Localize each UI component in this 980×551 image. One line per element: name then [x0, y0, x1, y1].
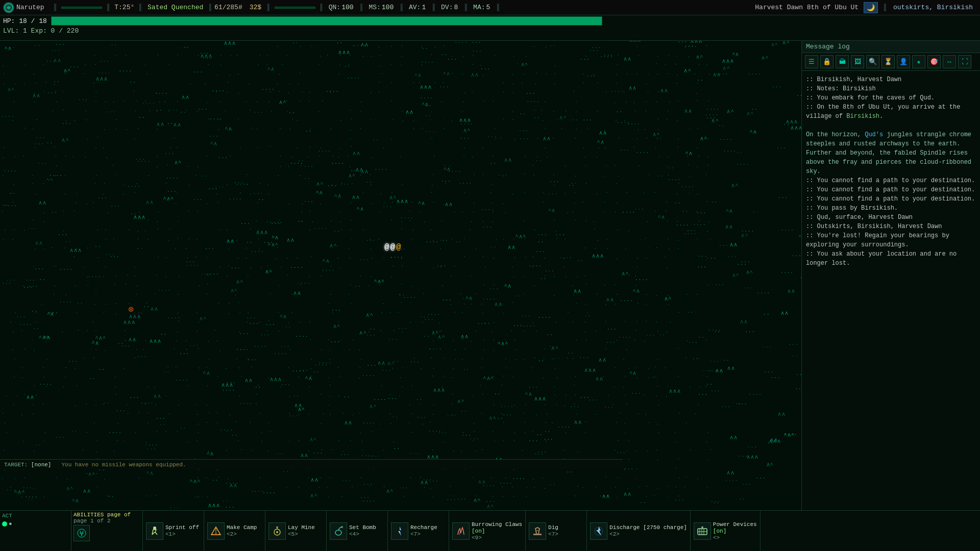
panel-icon-target[interactable]: 🎯 [927, 55, 941, 68]
setbomb-name: Set Bomb [349, 524, 376, 531]
panel-icon-expand[interactable]: ↔ [943, 55, 956, 68]
food-current: 61 [214, 4, 223, 11]
powerdevices-button[interactable]: Power Devices [on] <> [691, 511, 761, 551]
laymine-name: Lay Mine [288, 524, 315, 531]
location: outskirts, Birsikish [893, 4, 973, 11]
abilities-page: page 1 of 2 [74, 518, 140, 524]
panel-icon-timer[interactable]: ⏳ [881, 55, 895, 68]
ma-label: MA: [473, 4, 485, 11]
svg-point-3 [153, 527, 156, 530]
player-sprite: @ @ @ [384, 243, 401, 252]
map-canvas [0, 41, 801, 510]
discharge-key: <2> [609, 531, 687, 537]
game-date: Harvest Dawn 8th of Ubu Ut [755, 4, 859, 11]
svg-point-12 [341, 526, 343, 528]
player-name: Narutep [16, 4, 44, 11]
act-panel: ACT ● [0, 511, 71, 551]
message-panel: Message log ☰ 🔒 🏔 🖼 🔍 ⏳ 👤 ★ 🎯 ↔ ⛶ :: Bir… [801, 41, 980, 510]
abilities-panel: ABILITIES page of page 1 of 2 [71, 511, 143, 551]
sprint-icon [146, 522, 163, 540]
hp-label: HP: 18 / 18 [3, 17, 47, 25]
hp-bar-inner [52, 17, 602, 25]
missile-msg: You have no missile weapons equipped. [61, 462, 186, 468]
recharge-button[interactable]: Recharge <7> [388, 511, 449, 551]
dig-button[interactable]: Dig <7> [526, 511, 587, 551]
svg-rect-13 [533, 534, 542, 535]
sprint-key: <1> [165, 531, 199, 537]
abilities-icon [74, 525, 90, 541]
svg-point-10 [276, 531, 278, 533]
burrowingclaws-icon [452, 522, 470, 540]
setbomb-icon [330, 522, 347, 540]
logo-icon [3, 2, 14, 13]
burrowingclaws-name: Burrowing Claws [472, 521, 522, 528]
item-on-ground: ⊗ [128, 304, 134, 315]
burrowingclaws-status: [on] [472, 528, 522, 534]
dig-name: Dig [548, 524, 558, 531]
top-bar: Narutep ║ ║ T:25° ║ Sated Quenched ║ 61 … [0, 0, 980, 15]
sprint-button[interactable]: Sprint off <1> [143, 511, 204, 551]
discharge-button[interactable]: Discharge [2750 charge] <2> [587, 511, 691, 551]
panel-icon-resize[interactable]: ⛶ [958, 55, 971, 68]
makecamp-button[interactable]: Make Camp <2> [204, 511, 265, 551]
powerdevices-name: Power Devices [713, 521, 757, 528]
sprint-name: Sprint off [165, 524, 199, 531]
recharge-name: Recharge [410, 524, 437, 531]
av-val: 1 [422, 4, 426, 11]
game-logo: Narutep [3, 2, 48, 13]
dv-label: DV: [441, 4, 453, 11]
message-log-content: :: Birsikish, Harvest Dawn :: Notes: Bir… [802, 71, 980, 510]
game-viewport[interactable]: @ @ @ ⊗ TARGET: [none] You have no missi… [0, 41, 801, 510]
burrowingclaws-button[interactable]: Burrowing Claws [on] <9> [449, 511, 526, 551]
ally-char: @ [390, 243, 395, 252]
speed-bar [61, 7, 102, 9]
cash: 32$ [250, 4, 261, 11]
panel-icon-lock[interactable]: 🔒 [820, 55, 834, 68]
target-bar: TARGET: [none] You have no missile weapo… [0, 459, 623, 469]
ms-val: 100 [382, 4, 394, 11]
av-label: AV: [409, 4, 421, 11]
panel-icon-image[interactable]: 🖼 [851, 55, 864, 68]
act-indicator [2, 521, 7, 527]
hunger-status: Sated Quenched [148, 4, 203, 11]
discharge-name: Discharge [2750 charge] [609, 524, 687, 531]
setbomb-key: <4> [349, 531, 376, 537]
qn-bar [275, 7, 315, 9]
message-panel-icons: ☰ 🔒 🏔 🖼 🔍 ⏳ 👤 ★ 🎯 ↔ ⛶ [802, 53, 980, 71]
temperature: T:25° [114, 4, 134, 11]
target-label: TARGET: [none] [4, 462, 51, 468]
recharge-icon [391, 522, 408, 540]
npc-char: @ [396, 243, 401, 252]
panel-icon-search[interactable]: 🔍 [866, 55, 879, 68]
burrowingclaws-key: <9> [472, 535, 522, 541]
hp-bar-area: HP: 18 / 18 LVL: 1 Exp: 0 / 220 [0, 15, 980, 41]
svg-point-11 [335, 530, 341, 535]
panel-icon-character[interactable]: 👤 [897, 55, 910, 68]
hunger-sign: # [238, 4, 242, 11]
setbomb-button[interactable]: Set Bomb <4> [327, 511, 388, 551]
dig-icon [529, 522, 546, 540]
powerdevices-icon [694, 522, 711, 540]
recharge-key: <7> [410, 531, 437, 537]
panel-icon-menu[interactable]: ☰ [805, 55, 818, 68]
dig-key: <7> [548, 531, 558, 537]
qud-link: Qud's [865, 131, 883, 138]
laymine-key: <5> [288, 531, 315, 537]
lvl-exp: LVL: 1 Exp: 0 / 220 [3, 27, 977, 35]
makecamp-key: <2> [227, 531, 257, 537]
ma-val: 5 [486, 4, 490, 11]
laymine-icon [268, 522, 286, 540]
ms-label: MS: [369, 4, 380, 11]
moon-icon: 🌙 [864, 2, 878, 13]
act-label: ACT [2, 513, 69, 519]
qn-label: QN: [329, 4, 340, 11]
bottom-action-bar: ACT ● ABILITIES page of page 1 of 2 [0, 510, 980, 551]
player-char: @ [384, 243, 389, 252]
birsikish-link: Birsikish [846, 113, 879, 120]
panel-icon-star[interactable]: ★ [912, 55, 925, 68]
powerdevices-key: <> [713, 535, 757, 541]
makecamp-icon [207, 522, 225, 540]
laymine-button[interactable]: Lay Mine <5> [265, 511, 327, 551]
panel-icon-map[interactable]: 🏔 [836, 55, 849, 68]
message-panel-header: Message log [802, 41, 980, 53]
